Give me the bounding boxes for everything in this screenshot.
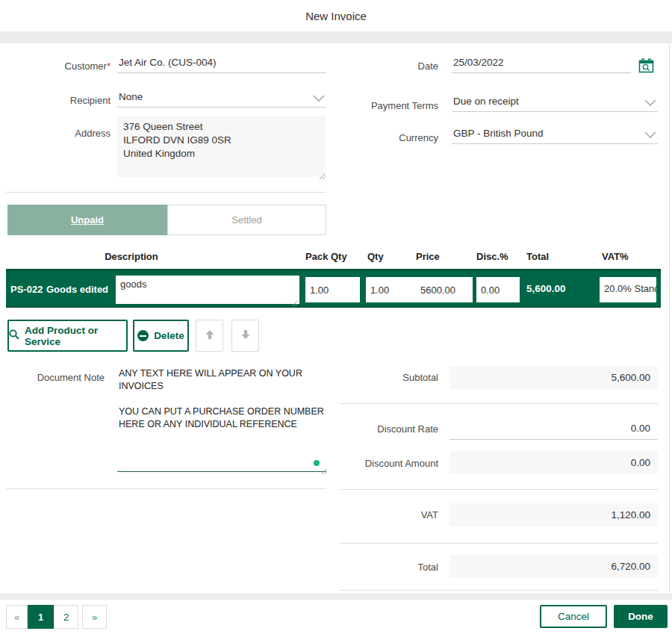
col-header-description: Description [82,251,181,262]
currency-select[interactable]: GBP - British Pound [452,128,658,144]
date-input[interactable] [452,57,631,73]
vat-label: VAT [334,509,438,520]
new-invoice-dialog: New Invoice Customer* Recipient None Add… [0,0,672,634]
scrollbar[interactable] [669,43,670,594]
pagination-next-button[interactable]: » [82,605,107,629]
arrow-down-icon [240,329,252,344]
pagination-page-2-button[interactable]: 2 [54,605,78,629]
pack-qty-input[interactable] [305,277,360,302]
chevron-down-icon [313,93,325,105]
col-header-total: Total [526,251,549,262]
discount-amount-label: Discount Amount [334,458,438,469]
done-button[interactable]: Done [614,605,668,628]
total-value: 6,720.00 [449,555,658,578]
discount-rate-label: Discount Rate [334,423,438,435]
col-header-vat: VAT% [602,251,629,262]
item-code: PS-022 [10,284,43,295]
summary-divider [340,543,658,544]
chevron-down-icon [644,98,656,109]
address-label: Address [0,128,111,139]
disc-input[interactable] [476,277,520,302]
footer-divider-strip [0,594,672,600]
tabs-divider [6,192,326,193]
vat-select[interactable]: 20.0% Standard [600,277,656,302]
date-label: Date [334,60,438,72]
pagination-page-1-button[interactable]: 1 [28,605,54,629]
document-note-textarea[interactable]: ANY TEXT HERE WILL APPEAR ON YOUR INVOIC… [117,366,326,472]
header-divider-strip [0,31,672,43]
summary-divider [340,403,658,404]
price-input[interactable] [416,277,473,302]
currency-label: Currency [334,132,438,143]
col-header-qty: Qty [367,251,384,262]
search-icon [9,329,19,342]
discount-amount-value: 0.00 [449,451,658,474]
col-header-disc: Disc.% [476,251,508,262]
payment-terms-label: Payment Terms [334,100,438,111]
qty-input[interactable] [366,277,417,302]
customer-label: Customer* [0,60,111,72]
discount-rate-input[interactable]: 0.00 [449,417,658,440]
item-name: Goods edited [46,284,108,295]
payment-terms-select[interactable]: Due on receipt [452,96,658,112]
note-indicator-dot [314,460,320,466]
customer-input[interactable] [117,57,326,73]
resize-handle-icon[interactable] [291,296,298,310]
subtotal-label: Subtotal [334,372,438,383]
col-header-pack-qty: Pack Qty [305,251,347,262]
description-textarea[interactable]: goods [116,276,299,304]
subtotal-value: 5,600.00 [449,366,658,389]
recipient-select[interactable]: None [117,91,326,108]
summary-divider [340,590,658,591]
recipient-label: Recipient [0,95,111,106]
arrow-up-icon [204,329,216,344]
line-total: 5,600.00 [526,283,566,294]
pagination-prev-button[interactable]: « [6,605,28,629]
dialog-header: New Invoice [0,0,672,31]
delete-button[interactable]: Delete [133,320,189,352]
resize-handle-icon[interactable] [319,170,326,183]
tab-settled[interactable]: Settled [167,205,326,235]
move-down-button[interactable] [231,320,259,352]
calendar-icon[interactable] [638,58,654,77]
summary-divider [340,489,658,490]
cancel-button[interactable]: Cancel [540,605,607,628]
col-header-price: Price [416,251,440,262]
tab-unpaid[interactable]: Unpaid [7,205,167,235]
minus-circle-icon [137,330,149,341]
vat-value: 1,120.00 [449,503,658,526]
required-asterisk: * [107,60,111,72]
page-title: New Invoice [305,10,367,22]
chevron-down-icon [644,130,656,141]
address-textarea[interactable]: 376 Queen Street ILFORD DVN IG89 0SR Uni… [117,116,326,177]
total-label: Total [334,562,438,573]
section-divider [6,488,326,489]
add-product-button[interactable]: Add Product or Service [7,320,128,352]
table-row[interactable]: PS-022 Goods edited goods 5,600.00 20.0%… [6,269,661,308]
resize-handle-icon[interactable] [320,464,327,478]
move-up-button[interactable] [196,320,223,352]
document-note-label: Document Note [0,372,105,383]
